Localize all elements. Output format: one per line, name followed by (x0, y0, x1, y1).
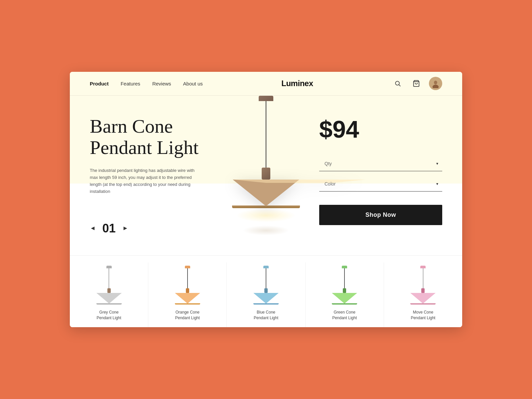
main-nav: Product Features Reviews About us (90, 81, 203, 86)
prev-slide-button[interactable]: ◄ (90, 225, 96, 232)
shop-now-button[interactable]: Shop Now (319, 205, 442, 225)
avatar[interactable] (429, 77, 442, 90)
hero-center-lamp (226, 96, 306, 255)
hero-left: Barn Cone Pendant Light The industrial p… (70, 96, 226, 255)
mini-neck-pink (421, 288, 425, 293)
nav-product[interactable]: Product (90, 81, 109, 86)
qty-group: Qty 1 2 3 4 5 ▾ (319, 156, 442, 171)
mini-ceiling-grey (106, 266, 112, 268)
header: Product Features Reviews About us Lumine… (70, 72, 462, 96)
hero-right: $94 Qty 1 2 3 4 5 ▾ Color Grey Orange Bl… (306, 96, 462, 255)
color-group: Color Grey Orange Blue Green Pink ▾ (319, 177, 442, 192)
product-card-green[interactable]: Green Cone Pendant Light (306, 262, 384, 328)
mini-lamp-grey (96, 266, 122, 306)
mini-shade-wrap-pink (410, 293, 436, 305)
svg-line-1 (399, 85, 401, 86)
nav-reviews[interactable]: Reviews (152, 81, 171, 86)
mini-shade-grey (96, 293, 122, 304)
product-card-title-green: Green Cone Pendant Light (332, 310, 357, 321)
search-icon (394, 80, 401, 87)
mini-shade-pink (410, 293, 436, 304)
mini-neck-grey (107, 288, 111, 293)
mini-wire-orange (187, 268, 188, 288)
cart-button[interactable] (410, 77, 422, 89)
mini-wire-green (344, 268, 345, 288)
mini-rim-grey (96, 303, 122, 305)
lamp-glow (236, 209, 296, 222)
header-icons (392, 77, 442, 90)
lamp-visual (232, 96, 300, 235)
product-card-title-orange: Orange Cone Pendant Light (175, 310, 200, 321)
svg-point-0 (395, 81, 399, 85)
mini-lamp-orange (174, 266, 201, 306)
mini-shade-orange (175, 293, 200, 304)
search-button[interactable] (392, 77, 404, 89)
color-select[interactable]: Color Grey Orange Blue Green Pink (319, 177, 442, 192)
svg-point-4 (434, 81, 437, 84)
nav-features[interactable]: Features (121, 81, 140, 86)
mini-shade-wrap-orange (175, 293, 200, 305)
slide-counter: ◄ 01 ► (90, 221, 206, 235)
mini-ceiling-orange (185, 266, 190, 268)
browser-window: Product Features Reviews About us Lumine… (70, 72, 462, 328)
mini-neck-blue (264, 288, 268, 293)
product-card-title-grey: Grey Cone Pendant Light (97, 310, 121, 321)
mini-rim-blue (253, 303, 279, 305)
hero-section: Barn Cone Pendant Light The industrial p… (70, 96, 462, 255)
mini-rim-pink (410, 303, 436, 305)
lamp-floor-shadow (243, 225, 289, 235)
qty-select[interactable]: Qty 1 2 3 4 5 (319, 156, 442, 171)
mini-shade-blue (253, 293, 279, 304)
lamp-neck (262, 168, 270, 180)
nav-about[interactable]: About us (183, 81, 203, 86)
lamp-ceiling (259, 96, 273, 101)
mini-ceiling-pink (420, 266, 426, 268)
mini-shade-wrap-blue (253, 293, 279, 305)
mini-lamp-green (331, 266, 358, 306)
product-card-pink[interactable]: Move Cone Pendant Light (384, 262, 462, 328)
mini-neck-orange (186, 288, 189, 293)
mini-lamp-blue (253, 266, 279, 306)
mini-ceiling-blue (263, 266, 269, 268)
lamp-shade (233, 180, 299, 206)
mini-neck-green (343, 288, 346, 293)
product-price: $94 (319, 116, 442, 143)
lamp-wire (266, 101, 266, 168)
product-card-orange[interactable]: Orange Cone Pendant Light (148, 262, 227, 328)
cart-icon (413, 80, 420, 87)
product-strip: Grey Cone Pendant Light Orange Cone Pend… (70, 255, 462, 328)
next-slide-button[interactable]: ► (122, 225, 128, 232)
mini-shade-wrap-grey (96, 293, 122, 305)
mini-ceiling-green (342, 266, 347, 268)
product-card-blue[interactable]: Blue Cone Pendant Light (227, 262, 305, 328)
product-card-title-blue: Blue Cone Pendant Light (254, 310, 278, 321)
product-card-title-pink: Move Cone Pendant Light (411, 310, 435, 321)
mini-lamp-pink (410, 266, 436, 306)
mini-wire-pink (423, 268, 424, 288)
logo: Luminex (203, 79, 392, 88)
slide-number: 01 (102, 221, 116, 235)
product-card-grey[interactable]: Grey Cone Pendant Light (70, 262, 148, 328)
product-description: The industrial pendant lighting has adju… (90, 167, 196, 195)
mini-shade-wrap-green (332, 293, 357, 305)
mini-wire-blue (266, 268, 266, 288)
avatar-image (431, 79, 440, 88)
product-title: Barn Cone Pendant Light (90, 116, 206, 158)
mini-rim-orange (175, 303, 200, 305)
mini-rim-green (332, 303, 357, 305)
mini-wire-grey (109, 268, 109, 288)
mini-shade-green (332, 293, 357, 304)
